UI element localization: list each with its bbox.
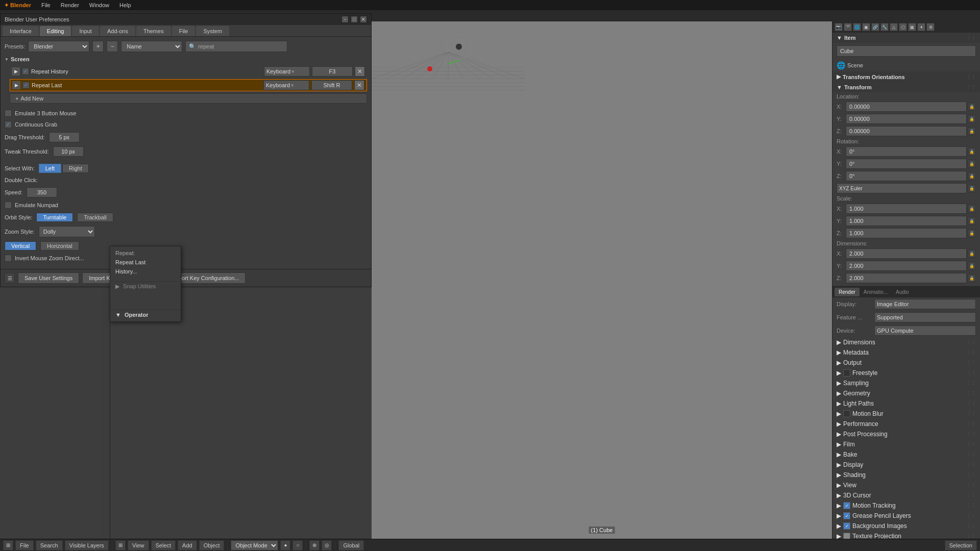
mode-selector[interactable]: Object Mode bbox=[231, 540, 278, 550]
viewport-shading-wire[interactable]: ○ bbox=[292, 540, 303, 550]
loc-x-value[interactable]: 0.00000 bbox=[846, 102, 967, 112]
keybind-key-repeat-last[interactable]: Shift R bbox=[311, 80, 352, 90]
tab-file[interactable]: File bbox=[172, 26, 195, 36]
tab-system[interactable]: System bbox=[196, 26, 229, 36]
rot-x-value[interactable]: 0° bbox=[846, 146, 967, 157]
collapsible-motiontracking[interactable]: ▶ ✓ Motion Tracking ⋮⋮ bbox=[832, 500, 980, 511]
dim-y-value[interactable]: 2.000 bbox=[846, 261, 967, 271]
object-icon[interactable]: ▣ bbox=[862, 23, 870, 31]
collapsible-geometry[interactable]: ▶ Geometry ⋮⋮ bbox=[832, 388, 980, 398]
device-value[interactable]: GPU Compute bbox=[874, 325, 976, 336]
popup-history[interactable]: History... bbox=[110, 267, 181, 276]
toolbar-icon-left[interactable]: ⊞ bbox=[3, 540, 13, 550]
toolbar-view[interactable]: View bbox=[128, 540, 149, 550]
rot-z-lock[interactable]: 🔒 bbox=[968, 172, 976, 180]
checkbox-repeat-last[interactable] bbox=[22, 82, 30, 89]
invert-zoom-checkbox[interactable] bbox=[5, 255, 12, 262]
render-tab-audio[interactable]: Audio bbox=[892, 288, 913, 296]
item-name-field[interactable]: Cube bbox=[837, 45, 976, 57]
freestyle-checkbox[interactable] bbox=[843, 369, 850, 377]
menu-window[interactable]: Window bbox=[87, 1, 111, 9]
keybind-del-repeat-history[interactable]: ✕ bbox=[355, 66, 365, 77]
horizontal-btn[interactable]: Horizontal bbox=[40, 241, 79, 251]
snap-icon[interactable]: ⊕ bbox=[309, 540, 320, 550]
tweak-threshold-value[interactable]: 10 px bbox=[53, 146, 84, 157]
tab-addons[interactable]: Add-ons bbox=[100, 26, 135, 36]
render-tab-render[interactable]: Render bbox=[835, 288, 860, 296]
keybind-type-repeat-history[interactable]: Keyboard ▾ bbox=[264, 66, 310, 77]
save-user-settings-btn[interactable]: Save User Settings bbox=[18, 272, 79, 284]
drag-threshold-value[interactable]: 5 px bbox=[49, 132, 80, 142]
presets-select[interactable]: Blender bbox=[28, 41, 89, 52]
gp-checkbox[interactable]: ✓ bbox=[843, 512, 850, 519]
mb-checkbox[interactable] bbox=[843, 410, 850, 417]
presets-remove-btn[interactable]: − bbox=[107, 41, 118, 52]
transform-orient-header[interactable]: ▶ Transform Orientations ⋮⋮ bbox=[832, 71, 980, 82]
collapsible-output[interactable]: ▶ Output ⋮⋮ bbox=[832, 358, 980, 368]
rot-z-value[interactable]: 0° bbox=[846, 171, 967, 181]
toolbar-visible-layers[interactable]: Visible Layers bbox=[65, 540, 109, 550]
tab-themes[interactable]: Themes bbox=[136, 26, 171, 36]
tab-editing[interactable]: Editing bbox=[40, 26, 71, 36]
particles-icon[interactable]: ✦ bbox=[917, 23, 925, 31]
dolly-select[interactable]: Dolly bbox=[39, 226, 95, 237]
expand-repeat-history[interactable]: ▶ bbox=[12, 67, 20, 76]
loc-y-lock[interactable]: 🔒 bbox=[968, 115, 976, 123]
euler-select[interactable]: XYZ Euler bbox=[837, 183, 967, 193]
menu-file[interactable]: File bbox=[39, 1, 53, 9]
collapsible-sampling[interactable]: ▶ Sampling ⋮⋮ bbox=[832, 378, 980, 388]
collapsible-metadata[interactable]: ▶ Metadata ⋮⋮ bbox=[832, 347, 980, 358]
selection-btn[interactable]: Selection bbox=[945, 540, 977, 550]
dim-y-lock[interactable]: 🔒 bbox=[968, 262, 976, 270]
constraints-icon[interactable]: 🔗 bbox=[871, 23, 879, 31]
loc-z-lock[interactable]: 🔒 bbox=[968, 127, 976, 135]
add-new-button[interactable]: + Add New bbox=[10, 93, 367, 104]
emulate-numpad-checkbox[interactable] bbox=[5, 202, 12, 209]
close-button[interactable]: ✕ bbox=[360, 16, 367, 23]
popup-repeat-last[interactable]: Repeat Last bbox=[110, 258, 181, 267]
scale-y-lock[interactable]: 🔒 bbox=[968, 217, 976, 225]
scene-icon[interactable]: 🎬 bbox=[844, 23, 852, 31]
world-icon[interactable]: 🌐 bbox=[853, 23, 861, 31]
toolbar-select[interactable]: Select bbox=[151, 540, 176, 550]
item-header[interactable]: ▼ Item ⋮⋮ bbox=[832, 33, 980, 43]
toolbar-file[interactable]: File bbox=[15, 540, 34, 550]
rot-x-lock[interactable]: 🔒 bbox=[968, 147, 976, 156]
collapsible-view[interactable]: ▶ View ⋮⋮ bbox=[832, 480, 980, 490]
global-local-btn[interactable]: Global bbox=[338, 540, 364, 550]
collapsible-bake[interactable]: ▶ Bake ⋮⋮ bbox=[832, 449, 980, 460]
prefs-menu-icon[interactable]: ☰ bbox=[5, 273, 15, 283]
feature-value[interactable]: Supported bbox=[874, 312, 976, 322]
collapsible-performance[interactable]: ▶ Performance ⋮⋮ bbox=[832, 419, 980, 429]
render-icon[interactable]: 📷 bbox=[835, 23, 843, 31]
collapsible-film[interactable]: ▶ Film ⋮⋮ bbox=[832, 439, 980, 449]
scale-y-value[interactable]: 1.000 bbox=[846, 216, 967, 226]
name-select[interactable]: Name bbox=[121, 41, 182, 52]
checkbox-repeat-history[interactable] bbox=[22, 68, 29, 75]
menu-render[interactable]: Render bbox=[59, 1, 81, 9]
data-icon[interactable]: △ bbox=[890, 23, 898, 31]
dim-z-lock[interactable]: 🔒 bbox=[968, 274, 976, 282]
tab-interface[interactable]: Interface bbox=[3, 26, 39, 36]
collapsible-freestyle[interactable]: ▶ Freestyle ⋮⋮ bbox=[832, 368, 980, 378]
keybind-type-repeat-last[interactable]: Keyboard ▾ bbox=[263, 80, 309, 90]
dim-x-value[interactable]: 2.000 bbox=[846, 248, 967, 259]
render-tab-animation[interactable]: Animatio... bbox=[860, 288, 892, 296]
continuous-grab-checkbox[interactable] bbox=[5, 121, 12, 128]
speed-value[interactable]: 350 bbox=[27, 187, 57, 197]
loc-z-value[interactable]: 0.00000 bbox=[846, 126, 967, 136]
collapsible-bgimages[interactable]: ▶ ✓ Background Images ⋮⋮ bbox=[832, 521, 980, 531]
turntable-btn[interactable]: Turntable bbox=[36, 213, 73, 222]
toolbar-search[interactable]: Search bbox=[36, 540, 63, 550]
scale-z-value[interactable]: 1.000 bbox=[846, 228, 967, 238]
rot-y-lock[interactable]: 🔒 bbox=[968, 160, 976, 168]
display-value[interactable]: Image Editor bbox=[874, 299, 976, 309]
expand-repeat-last[interactable]: ▶ bbox=[12, 81, 20, 89]
minimize-button[interactable]: − bbox=[341, 16, 349, 23]
toolbar-object[interactable]: Object bbox=[199, 540, 225, 550]
collapsible-motionblur[interactable]: ▶ Motion Blur ⋮⋮ bbox=[832, 409, 980, 419]
collapsible-postprocessing[interactable]: ▶ Post Processing ⋮⋮ bbox=[832, 429, 980, 439]
rot-y-value[interactable]: 0° bbox=[846, 159, 967, 169]
keybind-key-repeat-history[interactable]: F3 bbox=[312, 66, 353, 77]
physics-icon[interactable]: ⚙ bbox=[926, 23, 935, 31]
